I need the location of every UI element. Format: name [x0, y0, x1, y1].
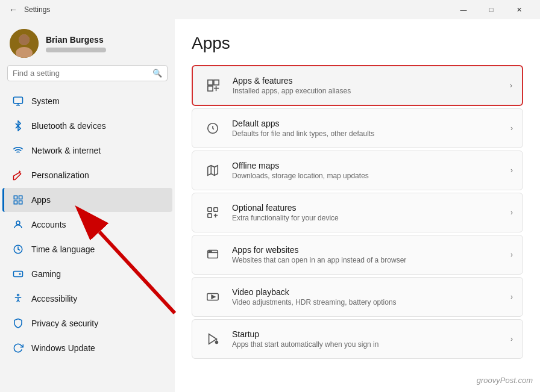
bluetooth-icon: [12, 120, 24, 132]
svg-rect-20: [214, 80, 219, 85]
sidebar-item-time[interactable]: Time & language: [2, 237, 172, 261]
sidebar-item-system[interactable]: System: [2, 89, 172, 113]
sidebar-item-label: Network & internet: [31, 146, 101, 155]
sidebar-item-privacy[interactable]: Privacy & security: [2, 311, 172, 335]
setting-item-startup[interactable]: Startup Apps that start automatically wh…: [192, 319, 523, 359]
svg-rect-30: [208, 214, 212, 217]
video-playback-icon: [202, 286, 224, 308]
svg-rect-21: [208, 86, 213, 91]
setting-title: Startup: [232, 329, 510, 339]
setting-desc: Defaults for file and link types, other …: [232, 129, 510, 138]
sidebar-item-label: Accounts: [31, 220, 66, 229]
setting-desc: Websites that can open in an app instead…: [232, 256, 510, 264]
sidebar-item-bluetooth[interactable]: Bluetooth & devices: [2, 114, 172, 138]
setting-item-apps-websites[interactable]: Apps for websites Websites that can open…: [192, 235, 523, 275]
svg-rect-29: [214, 208, 218, 211]
sidebar-item-network[interactable]: Network & internet: [2, 138, 172, 163]
content-area: Apps Apps & features Installed apps, app…: [175, 19, 540, 392]
apps-icon: [12, 194, 24, 206]
svg-rect-14: [14, 272, 23, 277]
chevron-right-icon: ›: [510, 166, 513, 175]
chevron-right-icon: ›: [510, 250, 513, 259]
sidebar-item-update[interactable]: Windows Update: [2, 336, 172, 360]
setting-title: Offline maps: [232, 161, 510, 170]
main-container: Brian Burgess 🔍 System Bluetooth & devic…: [0, 19, 540, 392]
setting-desc: Video adjustments, HDR streaming, batter…: [232, 298, 510, 306]
apps-features-icon: [202, 75, 224, 96]
svg-rect-10: [14, 201, 17, 204]
svg-rect-9: [19, 196, 22, 199]
setting-item-apps-features[interactable]: Apps & features Installed apps, app exec…: [192, 65, 523, 106]
settings-list: Apps & features Installed apps, app exec…: [192, 65, 523, 359]
user-account-bar: [46, 48, 106, 52]
account-icon: [12, 219, 24, 231]
sidebar-item-label: Apps: [31, 195, 51, 205]
user-name: Brian Burgess: [46, 35, 165, 45]
setting-item-offline-maps[interactable]: Offline maps Downloads, storage location…: [192, 151, 523, 190]
startup-icon: [202, 328, 224, 350]
svg-rect-19: [208, 80, 213, 85]
title-bar: ← Settings — □ ✕: [0, 0, 540, 19]
sidebar-item-label: Privacy & security: [31, 319, 98, 328]
search-icon[interactable]: 🔍: [152, 69, 162, 78]
offline-maps-icon: [202, 160, 224, 181]
svg-point-3: [19, 34, 30, 45]
setting-title: Optional features: [232, 203, 510, 213]
chevron-right-icon: ›: [510, 208, 513, 217]
setting-title: Apps & features: [233, 76, 510, 86]
svg-point-35: [209, 251, 210, 252]
sidebar-item-accessibility[interactable]: Accessibility: [2, 287, 172, 311]
paint-icon: [12, 169, 24, 181]
back-button[interactable]: ←: [7, 4, 19, 16]
optional-features-icon: [202, 202, 224, 223]
sidebar-item-apps[interactable]: Apps: [2, 188, 172, 212]
sidebar-item-gaming[interactable]: Gaming: [2, 262, 172, 286]
setting-desc: Extra functionality for your device: [232, 214, 510, 222]
nav-list: System Bluetooth & devices Network & int…: [0, 89, 175, 361]
chevron-right-icon: ›: [510, 293, 513, 301]
svg-point-18: [17, 294, 19, 296]
sidebar-item-label: Bluetooth & devices: [31, 121, 106, 131]
setting-item-default-apps[interactable]: Default apps Defaults for file and link …: [192, 108, 523, 148]
setting-title: Apps for websites: [232, 245, 510, 255]
setting-desc: Installed apps, app execution aliases: [233, 87, 510, 95]
user-profile[interactable]: Brian Burgess: [0, 19, 175, 65]
page-title: Apps: [192, 34, 523, 53]
gaming-icon: [12, 268, 24, 280]
default-apps-icon: [202, 117, 224, 139]
setting-title: Video playback: [232, 287, 510, 297]
accessibility-icon: [12, 293, 24, 305]
privacy-icon: [12, 317, 24, 329]
svg-marker-38: [212, 295, 215, 299]
sidebar-item-label: Gaming: [31, 269, 61, 279]
search-box[interactable]: 🔍: [7, 65, 168, 81]
sidebar-item-label: System: [31, 96, 60, 106]
apps-websites-icon: [202, 244, 224, 266]
sidebar-item-label: Accessibility: [31, 294, 77, 303]
window-controls: — □ ✕: [450, 0, 533, 19]
svg-rect-11: [19, 201, 22, 204]
sidebar-item-label: Time & language: [31, 244, 95, 254]
svg-point-39: [215, 341, 219, 344]
sidebar-item-label: Windows Update: [31, 343, 95, 353]
time-icon: [12, 243, 24, 255]
svg-rect-8: [14, 196, 17, 199]
minimize-button[interactable]: —: [450, 0, 477, 19]
setting-item-video-playback[interactable]: Video playback Video adjustments, HDR st…: [192, 277, 523, 317]
title-bar-left: ← Settings: [7, 4, 450, 16]
maximize-button[interactable]: □: [477, 0, 505, 19]
search-input[interactable]: [13, 69, 149, 78]
sidebar-item-accounts[interactable]: Accounts: [2, 213, 172, 237]
chevron-right-icon: ›: [510, 124, 513, 132]
system-icon: [12, 95, 24, 107]
chevron-right-icon: ›: [510, 81, 512, 90]
wifi-icon: [12, 145, 24, 157]
title-bar-title: Settings: [24, 5, 50, 14]
avatar: [10, 29, 39, 58]
sidebar-item-label: Personalization: [31, 170, 89, 180]
close-button[interactable]: ✕: [505, 0, 533, 19]
sidebar-item-personalization[interactable]: Personalization: [2, 163, 172, 187]
svg-marker-25: [208, 166, 218, 176]
setting-desc: Apps that start automatically when you s…: [232, 340, 510, 349]
setting-item-optional-features[interactable]: Optional features Extra functionality fo…: [192, 193, 523, 232]
